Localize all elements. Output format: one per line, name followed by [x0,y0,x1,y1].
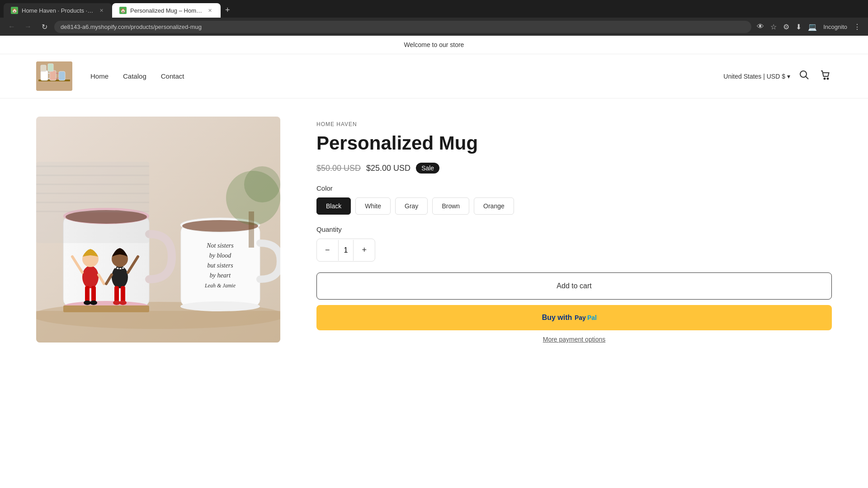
quantity-value: 1 [338,240,354,261]
cart-button[interactable] [818,68,832,84]
store-banner: Welcome to our store [0,36,868,54]
svg-text:Pay: Pay [575,314,586,321]
svg-line-8 [806,76,808,79]
sale-badge: Sale [416,163,439,174]
paypal-buy-text: Buy with [542,314,572,322]
nav-contact[interactable]: Contact [161,72,184,80]
tab-favicon-1: 🏠 [11,7,18,14]
browser-chrome: 🏠 Home Haven · Products · Perso... ✕ 🏠 P… [0,0,868,36]
menu-icon[interactable]: ⋮ [852,21,863,33]
color-brown[interactable]: Brown [432,197,469,215]
svg-rect-13 [36,311,280,343]
svg-text:by blood: by blood [209,252,232,259]
sale-price: $25.00 USD [366,164,410,173]
paypal-button[interactable]: Buy with Pay Pal [316,305,832,330]
store-nav: Home Catalog Contact [90,72,184,80]
extensions-icon[interactable]: ⚙ [781,21,791,33]
svg-text:Leah & Jamie: Leah & Jamie [204,282,236,289]
address-bar[interactable] [54,21,751,33]
svg-point-37 [180,301,260,311]
tab-home-haven[interactable]: 🏠 Home Haven · Products · Perso... ✕ [4,3,112,18]
tab-title-2: Personalized Mug – Home Hav... [130,7,203,14]
quantity-control: − 1 + [316,239,375,262]
toolbar-actions: 👁 ☆ ⚙ ⬇ 💻 Incognito ⋮ [755,21,863,33]
reload-button[interactable]: ↻ [38,20,51,33]
bookmark-icon[interactable]: ☆ [769,21,778,33]
nav-home[interactable]: Home [90,72,108,80]
store-logo [36,61,72,91]
store-header: Home Catalog Contact United States | USD… [0,54,868,99]
mugs-illustration: Not sisters by blood but sisters by hear… [36,117,280,343]
banner-text: Welcome to our store [404,41,464,48]
svg-rect-30 [114,286,119,302]
browser-tabs: 🏠 Home Haven · Products · Perso... ✕ 🏠 P… [0,0,868,18]
tab-personalized-mug[interactable]: 🏠 Personalized Mug – Home Hav... ✕ [112,3,221,18]
pricing: $50.00 USD $25.00 USD Sale [316,163,832,174]
product-title: Personalized Mug [316,133,832,154]
color-orange[interactable]: Orange [474,197,514,215]
svg-text:but sisters: but sisters [207,262,233,269]
more-payment-options[interactable]: More payment options [316,336,832,343]
dropdown-icon: ▾ [787,73,790,80]
svg-rect-46 [249,211,254,248]
product-image-section: Not sisters by blood but sisters by hear… [36,117,280,343]
device-icon[interactable]: 💻 [806,21,819,33]
search-button[interactable] [797,68,811,84]
svg-point-18 [82,266,99,288]
tab-close-1[interactable]: ✕ [98,7,105,14]
svg-rect-23 [91,286,96,302]
svg-text:Not sisters: Not sisters [206,242,234,249]
svg-point-7 [800,71,807,77]
product-main-image: Not sisters by blood but sisters by hear… [36,117,280,343]
eye-slash-icon[interactable]: 👁 [755,21,766,33]
download-icon[interactable]: ⬇ [794,21,803,33]
svg-point-25 [90,300,97,305]
brand-label: HOME HAVEN [316,121,832,127]
tab-title-1: Home Haven · Products · Perso... [22,7,94,14]
tab-favicon-2: 🏠 [119,7,127,14]
svg-rect-4 [59,71,65,80]
quantity-label: Quantity [316,225,832,233]
svg-point-9 [824,78,826,80]
svg-rect-31 [121,286,125,302]
svg-text:by heart: by heart [210,272,231,279]
logo-image [36,61,72,91]
search-icon [799,70,809,80]
add-to-cart-button[interactable]: Add to cart [316,272,832,300]
svg-rect-2 [41,70,48,80]
color-label: Color [316,184,832,192]
product-page: Not sisters by blood but sisters by hear… [0,99,868,361]
new-tab-button[interactable]: + [221,3,235,18]
country-selector[interactable]: United States | USD $ ▾ [723,73,790,80]
svg-point-33 [119,300,127,305]
quantity-increase[interactable]: + [354,239,375,261]
tab-close-2[interactable]: ✕ [206,7,213,14]
quantity-decrease[interactable]: − [317,239,338,261]
logo-svg [36,61,72,91]
browser-toolbar: ← → ↻ 👁 ☆ ⚙ ⬇ 💻 Incognito ⋮ [0,18,868,36]
paypal-logo: Pay Pal [575,313,606,322]
back-button[interactable]: ← [5,20,18,33]
color-white[interactable]: White [355,197,391,215]
nav-catalog[interactable]: Catalog [123,72,146,80]
svg-rect-22 [85,286,90,302]
cart-icon [820,70,830,80]
svg-point-32 [113,300,120,305]
country-text: United States | USD $ [723,73,785,80]
svg-point-45 [244,166,280,202]
color-gray[interactable]: Gray [395,197,428,215]
svg-rect-5 [41,65,46,71]
header-right: United States | USD $ ▾ [723,68,832,84]
svg-point-24 [84,300,91,305]
svg-rect-6 [48,64,53,71]
svg-rect-3 [50,70,56,80]
original-price: $50.00 USD [316,164,361,173]
svg-rect-34 [63,305,149,312]
incognito-label: Incognito [821,22,849,32]
color-options: Black White Gray Brown Orange [316,197,832,215]
svg-point-10 [827,78,829,80]
color-black[interactable]: Black [316,197,351,215]
forward-button[interactable]: → [22,20,34,33]
svg-text:Pal: Pal [587,314,597,321]
product-info: HOME HAVEN Personalized Mug $50.00 USD $… [316,117,832,343]
